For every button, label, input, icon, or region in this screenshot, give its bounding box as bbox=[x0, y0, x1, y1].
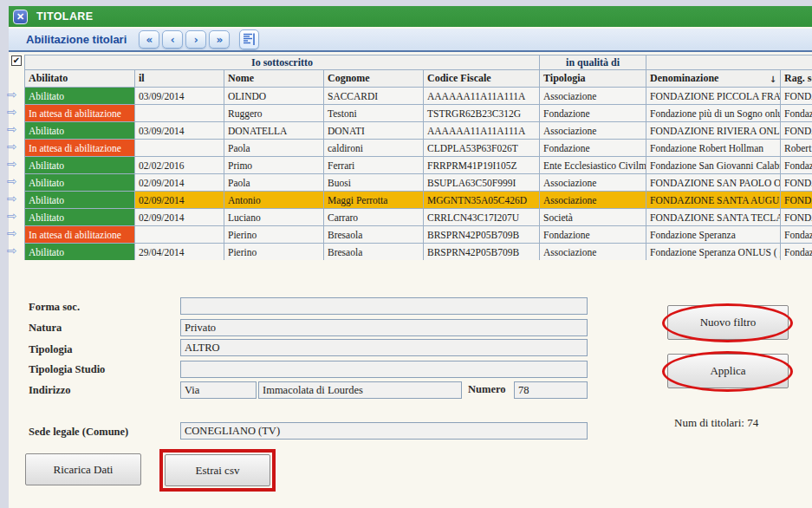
col-header-nome[interactable]: Nome bbox=[224, 70, 324, 88]
cell: SACCARDI bbox=[324, 88, 424, 105]
table-row[interactable]: Abilitato02/09/2014PaolaBuosiBSUPLA63C50… bbox=[25, 174, 812, 192]
col-header-cognome[interactable]: Cognome bbox=[324, 70, 424, 88]
tipologia-studio-field[interactable] bbox=[180, 361, 588, 378]
numero-label: Numero bbox=[468, 383, 506, 396]
numero-field[interactable] bbox=[514, 381, 588, 399]
row-detail-arrow-icon[interactable]: ⇨ bbox=[7, 225, 23, 243]
cell: Fondaz bbox=[781, 105, 812, 122]
cell: FONDAZIONE SANTA TECLA bbox=[646, 209, 781, 226]
ricarica-dati-button[interactable]: Ricarica Dati bbox=[25, 453, 141, 485]
table-row[interactable]: Abilitato02/09/2014LucianoCarraroCRRLCN4… bbox=[25, 209, 812, 226]
forma-soc-field[interactable] bbox=[180, 297, 588, 315]
cell: FONDAZIONE SAN PAOLO ON bbox=[646, 174, 781, 192]
status-cell: In attesa di abilitazione bbox=[25, 140, 135, 157]
natura-field[interactable] bbox=[180, 319, 588, 336]
table-row[interactable]: Abilitato02/09/2014AntonioMaggi Perrotta… bbox=[25, 192, 812, 209]
indirizzo-street-field[interactable] bbox=[258, 381, 462, 399]
status-cell: Abilitato bbox=[25, 244, 135, 261]
tipologia-label: Tipologia bbox=[29, 343, 72, 356]
cell bbox=[135, 140, 224, 157]
list-view-button[interactable] bbox=[239, 29, 259, 49]
group-header-io-sottoscritto: Io sottoscritto bbox=[25, 55, 540, 70]
applica-button[interactable]: Applica bbox=[667, 354, 789, 388]
toolbar: Abilitazione titolari « ‹ › » bbox=[9, 29, 812, 52]
col-header-rag-sociale[interactable]: Rag. so bbox=[781, 70, 812, 88]
sort-descending-icon[interactable]: ↓ bbox=[770, 75, 776, 84]
row-detail-arrow-icon[interactable]: ⇨ bbox=[7, 191, 23, 208]
cell: Buosi bbox=[324, 174, 424, 192]
first-page-button[interactable]: « bbox=[139, 30, 159, 49]
table-row[interactable]: Abilitato03/09/2014DONATELLADONATIAAAAAA… bbox=[25, 122, 812, 140]
row-detail-arrow-icon[interactable]: ⇨ bbox=[7, 87, 23, 104]
table-group-header: Io sottoscritto in qualità di bbox=[25, 55, 812, 70]
row-detail-arrow-icon[interactable]: ⇨ bbox=[7, 243, 23, 260]
cell: Fondazione Speranza bbox=[646, 226, 781, 244]
sede-legale-field[interactable] bbox=[180, 422, 588, 440]
table-row[interactable]: Abilitato02/02/2016PrimoFerrariFRRPRM41P… bbox=[25, 157, 812, 174]
cell: Robert bbox=[781, 140, 812, 157]
cell: DONATI bbox=[324, 122, 424, 140]
sede-legale-label: Sede legale (Comune) bbox=[29, 426, 128, 439]
row-icons-column: ⇨⇨⇨⇨⇨⇨⇨⇨⇨⇨ bbox=[7, 87, 23, 260]
window-titlebar: ✕ TITOLARE bbox=[9, 6, 812, 27]
table-row[interactable]: In attesa di abilitazionePierinoBresaola… bbox=[25, 226, 812, 244]
table-row[interactable]: In attesa di abilitazioneRuggeroTestoniT… bbox=[25, 105, 812, 122]
close-icon[interactable]: ✕ bbox=[13, 10, 28, 24]
cell: Testoni bbox=[324, 105, 424, 122]
group-header-empty bbox=[646, 55, 812, 70]
row-detail-arrow-icon[interactable]: ⇨ bbox=[7, 104, 23, 121]
cell: Ente Ecclesiastico Civilme bbox=[540, 157, 646, 174]
cell bbox=[135, 226, 224, 244]
cell: 02/09/2014 bbox=[135, 209, 224, 226]
cell: 03/09/2014 bbox=[135, 122, 224, 140]
last-page-button[interactable]: » bbox=[209, 30, 230, 49]
natura-label: Natura bbox=[29, 322, 62, 335]
titolari-table: Io sottoscritto in qualità di Abilitato … bbox=[24, 55, 812, 260]
cell: AAAAAA11A11A111A bbox=[424, 122, 540, 140]
table-row[interactable]: In attesa di abilitazionePaolacaldironiC… bbox=[25, 140, 812, 157]
estrai-csv-button[interactable]: Estrai csv bbox=[165, 454, 270, 486]
cell: Fondazione bbox=[540, 140, 646, 157]
cell: Antonio bbox=[224, 192, 324, 209]
cell: Fondaz bbox=[781, 157, 812, 174]
status-cell: In attesa di abilitazione bbox=[25, 105, 135, 122]
col-header-il[interactable]: il bbox=[135, 70, 224, 88]
cell: MGGNTN35A05C426D bbox=[424, 192, 540, 209]
cell: Fondaz bbox=[781, 244, 812, 261]
tipologia-field[interactable] bbox=[180, 339, 588, 356]
cell: 02/09/2014 bbox=[135, 192, 224, 209]
cell: Associazione bbox=[540, 122, 646, 140]
cell: Fondazione bbox=[540, 226, 646, 244]
status-cell: Abilitato bbox=[25, 192, 135, 209]
next-page-button[interactable]: › bbox=[185, 30, 206, 49]
status-cell: Abilitato bbox=[25, 174, 135, 192]
col-header-abilitato[interactable]: Abilitato bbox=[25, 70, 135, 88]
cell: Pierino bbox=[224, 226, 324, 244]
cell: FONDA bbox=[781, 209, 812, 226]
prev-page-button[interactable]: ‹ bbox=[162, 30, 183, 49]
col-header-tipologia[interactable]: Tipologia bbox=[540, 70, 646, 88]
cell: Fondazione più di un Sogno onlus bbox=[646, 105, 781, 122]
cell: CRRLCN43C17I207U bbox=[424, 209, 540, 226]
row-detail-arrow-icon[interactable]: ⇨ bbox=[7, 173, 23, 191]
col-header-codice-fiscale[interactable]: Codice Fiscale bbox=[424, 70, 540, 88]
row-detail-arrow-icon[interactable]: ⇨ bbox=[7, 139, 23, 156]
table-row[interactable]: Abilitato29/04/2014PierinoBresaolaBRSPRN… bbox=[25, 244, 812, 261]
cell: Bresaola bbox=[324, 244, 424, 261]
row-detail-arrow-icon[interactable]: ⇨ bbox=[7, 121, 23, 139]
nuovo-filtro-button[interactable]: Nuovo filtro bbox=[667, 305, 789, 340]
col-header-denominazione[interactable]: ↓ Denominazione bbox=[646, 70, 781, 88]
cell: DONATELLA bbox=[224, 122, 324, 140]
cell: FONDAZIONE SANTA AUGUS bbox=[646, 192, 781, 209]
cell: Paola bbox=[224, 140, 324, 157]
cell: 02/02/2016 bbox=[135, 157, 224, 174]
row-detail-arrow-icon[interactable]: ⇨ bbox=[7, 208, 23, 225]
indirizzo-via-field[interactable] bbox=[180, 381, 257, 399]
cell: 29/04/2014 bbox=[135, 244, 224, 261]
cell: Ruggero bbox=[224, 105, 324, 122]
select-all-checkbox[interactable]: ✔ bbox=[11, 55, 22, 66]
row-detail-arrow-icon[interactable]: ⇨ bbox=[7, 156, 23, 173]
cell: caldironi bbox=[324, 140, 424, 157]
tipologia-studio-label: Tipologia Studio bbox=[29, 363, 105, 376]
table-row[interactable]: Abilitato03/09/2014OLINDOSACCARDIAAAAAA1… bbox=[25, 88, 812, 105]
